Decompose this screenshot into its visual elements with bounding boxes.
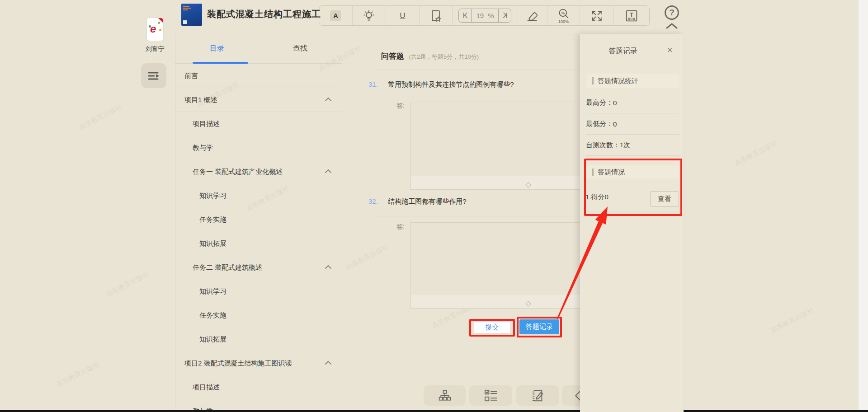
panel-title: 答题记录 bbox=[580, 47, 666, 56]
org-chart-icon bbox=[438, 389, 452, 402]
sidebar-toggle-icon bbox=[147, 69, 160, 83]
eraser-icon bbox=[526, 9, 539, 22]
watermark: 高等教育出版社 bbox=[78, 102, 124, 132]
watermark: 高等教育出版社 bbox=[55, 360, 101, 389]
annotation-arrow bbox=[0, 0, 868, 412]
exercise-list-button[interactable] bbox=[469, 385, 512, 406]
section-marker bbox=[592, 77, 594, 84]
toc-item[interactable]: 项目1 概述 bbox=[175, 88, 342, 112]
publisher-logo: e bbox=[147, 18, 163, 41]
progress-value: 19 bbox=[476, 12, 484, 19]
section-marker bbox=[592, 169, 594, 176]
lightbulb-icon bbox=[363, 9, 375, 22]
font-size-button[interactable]: A bbox=[319, 6, 352, 25]
progress-input[interactable]: 19 % bbox=[471, 9, 499, 22]
toc-item[interactable]: 任务一 装配式建筑产业化概述 bbox=[175, 160, 342, 184]
chevron-up-icon[interactable] bbox=[325, 360, 332, 365]
stat-row: 最低分：0 bbox=[586, 113, 679, 135]
watermark: 高等教育出版社 bbox=[769, 305, 816, 335]
quiz-heading-note: (共2题，每题5分，共10分) bbox=[409, 53, 479, 60]
watermark: 高等教育出版社 bbox=[105, 269, 151, 299]
skip-start-icon: K bbox=[463, 12, 468, 20]
divider bbox=[586, 211, 679, 211]
quiz-heading: 问答题 (共2题，每题5分，共10分) bbox=[381, 51, 479, 61]
notes-button[interactable] bbox=[516, 385, 559, 406]
zoom-level-label: 100% bbox=[547, 19, 580, 24]
question-text: 常用预制构件及其连接节点的图例有哪些? bbox=[388, 80, 514, 88]
user-name: 刘宵宁 bbox=[142, 45, 169, 53]
underline-button[interactable]: U bbox=[386, 6, 420, 25]
stat-row: 最高分：0 bbox=[586, 92, 679, 113]
tab-toc[interactable]: 目录 bbox=[175, 34, 259, 63]
toc-item[interactable]: 知识学习 bbox=[175, 184, 342, 208]
view-button[interactable]: 查看 bbox=[650, 191, 679, 207]
stats-section-header: 答题情况统计 bbox=[586, 74, 679, 88]
window-right-margin bbox=[858, 0, 868, 412]
toc-item[interactable]: 前言 bbox=[175, 64, 342, 88]
toc-item[interactable]: 项目描述 bbox=[175, 375, 342, 399]
reader-toolbar: A U K 19 % bbox=[319, 5, 650, 26]
text-scale-button[interactable]: T bbox=[613, 6, 649, 25]
help-control[interactable]: ? bbox=[664, 5, 680, 29]
last-page-button[interactable]: K bbox=[499, 9, 511, 22]
zoom-button[interactable]: % 100% bbox=[547, 6, 580, 25]
book-cover-thumbnail bbox=[181, 4, 202, 26]
tab-search[interactable]: 查找 bbox=[259, 34, 342, 63]
toc-item[interactable]: 知识拓展 bbox=[175, 232, 342, 256]
answer-label: 答: bbox=[396, 223, 405, 231]
toc-item[interactable]: 知识学习 bbox=[175, 280, 342, 304]
underline-icon: U bbox=[400, 11, 405, 20]
window-bottom-bar bbox=[0, 410, 868, 412]
help-icon: ? bbox=[665, 5, 679, 20]
percent-sign: % bbox=[488, 12, 494, 19]
toc-list: 前言 项目1 概述 项目描述 教与学 任务一 装配式建筑产业化概述 知识学习 任… bbox=[175, 64, 342, 412]
watermark: 高等教育出版社 bbox=[733, 138, 779, 168]
chevron-up-icon[interactable] bbox=[325, 97, 332, 102]
chevron-up-icon[interactable] bbox=[325, 265, 332, 269]
stat-row: 自测次数：1次 bbox=[586, 135, 679, 156]
book-title: 装配式混凝土结构工程施工 bbox=[207, 8, 321, 20]
answer-status-section-header: 答题情况 bbox=[586, 165, 679, 179]
toc-item[interactable]: 任务实施 bbox=[175, 208, 342, 232]
answer-record-panel: 答题记录 × 答题情况统计 最高分：0 最低分：0 自测次数：1次 答题情况 1… bbox=[580, 34, 684, 412]
expand-arrows-icon bbox=[591, 10, 603, 22]
toc-item[interactable]: 任务实施 bbox=[175, 304, 342, 328]
night-mode-button[interactable] bbox=[352, 6, 386, 25]
toc-item[interactable]: 任务二 装配式建筑概述 bbox=[175, 256, 342, 280]
chevron-up-icon[interactable] bbox=[325, 169, 332, 173]
svg-text:T: T bbox=[630, 11, 633, 18]
text-box-icon: T bbox=[625, 9, 638, 22]
fullscreen-button[interactable] bbox=[580, 6, 613, 25]
answer-label: 答: bbox=[396, 102, 405, 110]
bookmark-star-icon bbox=[429, 9, 442, 22]
score-label: 1.得分0 bbox=[585, 193, 609, 201]
toc-item[interactable]: 教与学 bbox=[175, 136, 342, 160]
collapse-toolbar-icon[interactable] bbox=[665, 23, 678, 29]
active-tab-underline bbox=[193, 62, 248, 64]
sidebar-tabs: 目录 查找 bbox=[175, 34, 342, 64]
zoom-percent-icon: % bbox=[557, 8, 570, 20]
font-size-icon: A bbox=[330, 10, 341, 21]
first-page-button[interactable]: K bbox=[459, 9, 471, 22]
bookmark-button[interactable] bbox=[419, 6, 452, 25]
toc-item[interactable]: 知识拓展 bbox=[175, 328, 342, 351]
sidebar-collapse-button[interactable] bbox=[141, 63, 166, 88]
checklist-icon bbox=[484, 389, 498, 402]
answer-record-button[interactable]: 答题记录 bbox=[519, 319, 559, 334]
eraser-button[interactable] bbox=[518, 6, 547, 25]
watermark: 高等教育出版社 bbox=[344, 242, 391, 272]
svg-text:%: % bbox=[561, 10, 565, 15]
toc-sidebar: 目录 查找 前言 项目1 概述 项目描述 教与学 任务一 装配式建筑产业化概述 … bbox=[175, 34, 342, 412]
close-icon[interactable]: × bbox=[667, 45, 673, 55]
toc-item[interactable]: 项目描述 bbox=[175, 112, 342, 136]
question-text: 结构施工图都有哪些作用? bbox=[388, 197, 466, 205]
skip-end-icon: K bbox=[503, 12, 508, 20]
question-row: 32. 结构施工图都有哪些作用? bbox=[368, 197, 467, 206]
page-progress-control: K 19 % K bbox=[452, 6, 518, 25]
question-number: 31. bbox=[368, 80, 378, 88]
question-row: 31. 常用预制构件及其连接节点的图例有哪些? bbox=[368, 80, 514, 89]
submit-button[interactable]: 提交 bbox=[474, 321, 510, 333]
toc-item[interactable]: 项目2 装配式混凝土结构施工图识读 bbox=[175, 351, 342, 375]
structure-view-button[interactable] bbox=[424, 385, 466, 406]
question-number: 32. bbox=[368, 197, 378, 205]
